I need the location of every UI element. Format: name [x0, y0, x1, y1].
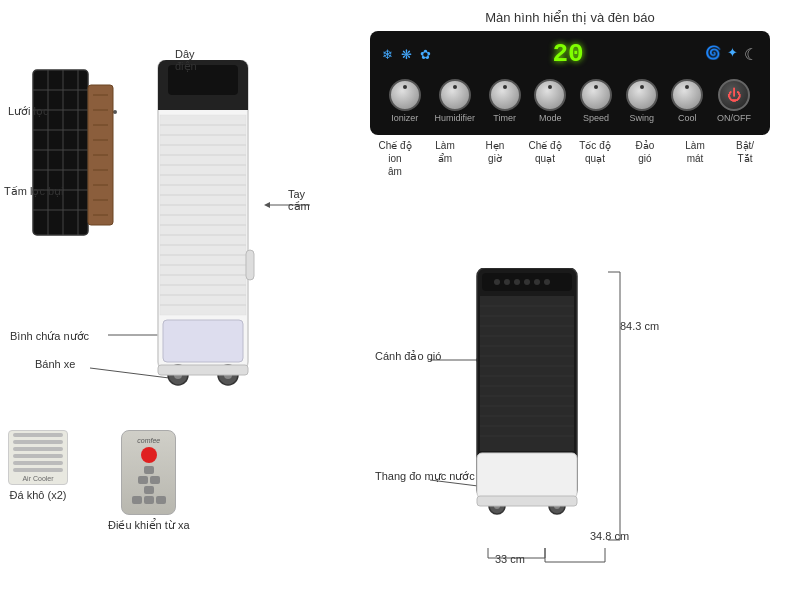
knob-speed[interactable] — [580, 79, 612, 111]
knob-timer[interactable] — [489, 79, 521, 111]
svg-rect-76 — [158, 365, 248, 375]
remote-caption: Điều khiển từ xa — [108, 519, 190, 532]
svg-point-80 — [504, 279, 510, 285]
control-panel: ❄ ❋ ✿ 20 🌀 ✦ ☾ — [370, 31, 770, 135]
svg-point-83 — [534, 279, 540, 285]
ice-block-img: Air Cooler — [8, 430, 68, 485]
svg-rect-48 — [158, 95, 248, 110]
ice-line-3 — [13, 447, 63, 451]
knob-humidifier-wrapper: Humidifier — [435, 79, 476, 123]
remote-btn-extra-2[interactable] — [144, 496, 154, 504]
label-thang-do: Thang đo mực nước — [375, 470, 475, 483]
fan-icon-3: ✿ — [420, 47, 431, 62]
knob-cool-label: Cool — [678, 113, 697, 123]
remote-btn-extra-1[interactable] — [132, 496, 142, 504]
right-icons: 🌀 ✦ ☾ — [705, 45, 758, 64]
knob-humidifier[interactable] — [439, 79, 471, 111]
remote-buttons — [126, 466, 171, 504]
func-label-1: Làmẩm — [420, 139, 470, 178]
svg-point-82 — [524, 279, 530, 285]
main-cooler-svg — [148, 60, 278, 420]
knob-cool-wrapper: Cool — [671, 79, 703, 123]
dim-label-34: 34.8 cm — [590, 530, 629, 542]
knob-cool[interactable] — [671, 79, 703, 111]
right-cooler-svg — [472, 268, 612, 538]
knob-mode[interactable] — [534, 79, 566, 111]
knob-dot — [453, 85, 457, 89]
label-banh-xe: Bánh xe — [35, 358, 75, 370]
fan-icon-2: ❋ — [401, 47, 412, 62]
wind-icon: 🌀 — [705, 45, 721, 64]
knob-mode-wrapper: Mode — [534, 79, 566, 123]
main-cooler — [148, 60, 278, 423]
knob-dot — [403, 85, 407, 89]
knob-swing-label: Swing — [629, 113, 654, 123]
remote-btn-left[interactable] — [138, 476, 148, 484]
knob-dot — [685, 85, 689, 89]
label-binh-chua-nuoc: Bình chứa nước — [10, 330, 89, 343]
remote-btn-row-2 — [130, 476, 167, 484]
svg-rect-70 — [163, 320, 243, 362]
svg-point-79 — [494, 279, 500, 285]
remote-power-button[interactable] — [141, 447, 157, 463]
led-display: 20 — [552, 39, 583, 69]
knob-timer-label: Timer — [493, 113, 516, 123]
knob-ionizer[interactable] — [389, 79, 421, 111]
knob-speed-label: Speed — [583, 113, 609, 123]
knob-dot — [640, 85, 644, 89]
filter-panel — [28, 65, 118, 295]
knob-onoff-label: ON/OFF — [717, 113, 751, 123]
leaf-icon: ✦ — [727, 45, 738, 64]
svg-point-81 — [514, 279, 520, 285]
func-label-3: Chế độquạt — [520, 139, 570, 178]
label-luoi-loc: Lưới lọc — [8, 105, 49, 118]
svg-rect-71 — [246, 250, 254, 280]
control-panel-section: Màn hình hiển thị và đèn báo ❄ ❋ ✿ 20 🌀 … — [370, 10, 770, 178]
button-onoff-wrapper: ⏻ ON/OFF — [717, 79, 751, 123]
remote-img: comfee — [121, 430, 176, 515]
knob-mode-label: Mode — [539, 113, 562, 123]
remote-btn-down[interactable] — [144, 486, 154, 494]
dim-label-33: 33 cm — [495, 553, 525, 565]
dim-label-84: 84.3 cm — [620, 320, 659, 332]
func-label-0: Chế độionâm — [370, 139, 420, 178]
knob-ionizer-wrapper: Ionizer — [389, 79, 421, 123]
knob-ionizer-label: Ionizer — [391, 113, 418, 123]
func-label-5: Đảogió — [620, 139, 670, 178]
ice-line-2 — [13, 440, 63, 444]
knob-dot — [594, 85, 598, 89]
ice-block-caption: Đá khô (x2) — [10, 489, 67, 501]
svg-rect-107 — [477, 496, 577, 506]
ice-block-item: Air Cooler Đá khô (x2) — [8, 430, 68, 501]
ice-line-6 — [13, 468, 63, 472]
knob-speed-wrapper: Speed — [580, 79, 612, 123]
knob-swing-wrapper: Swing — [626, 79, 658, 123]
ice-line-5 — [13, 461, 63, 465]
button-onoff[interactable]: ⏻ — [718, 79, 750, 111]
bottom-section: Air Cooler Đá khô (x2) comfee — [8, 430, 190, 532]
remote-btn-extra-3[interactable] — [156, 496, 166, 504]
label-canh-dao-gio: Cánh đảo gió — [375, 350, 441, 363]
power-icon: ⏻ — [727, 87, 741, 103]
remote-item: comfee — [108, 430, 190, 532]
knob-swing[interactable] — [626, 79, 658, 111]
ice-block-brand: Air Cooler — [22, 475, 53, 482]
panel-display: 20 — [552, 39, 583, 69]
remote-btn-row-3 — [130, 486, 167, 494]
panel-knobs-row: Ionizer Humidifier Timer — [382, 75, 758, 127]
panel-title: Màn hình hiển thị và đèn báo — [370, 10, 770, 25]
svg-rect-102 — [477, 453, 577, 498]
panel-top-row: ❄ ❋ ✿ 20 🌀 ✦ ☾ — [382, 39, 758, 69]
func-label-7: Bật/Tắt — [720, 139, 770, 178]
remote-btn-up[interactable] — [144, 466, 154, 474]
remote-brand: comfee — [137, 437, 160, 444]
fan-icon-1: ❄ — [382, 47, 393, 62]
svg-rect-85 — [480, 296, 574, 451]
knob-dot — [503, 85, 507, 89]
ice-lines — [13, 433, 63, 472]
right-cooler — [472, 268, 612, 541]
remote-btn-right[interactable] — [150, 476, 160, 484]
remote-btn-row-4 — [130, 496, 167, 504]
func-label-6: Làmmát — [670, 139, 720, 178]
svg-point-84 — [544, 279, 550, 285]
